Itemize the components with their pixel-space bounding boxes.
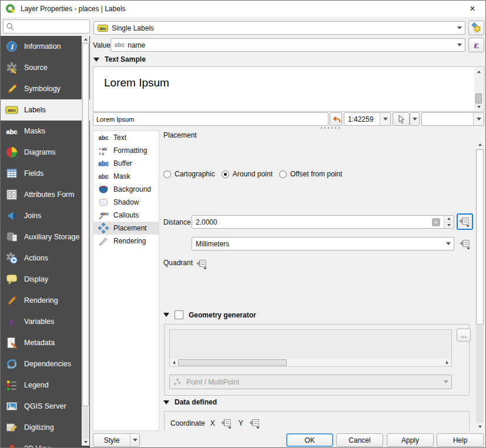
ok-button[interactable]: OK [286, 433, 333, 447]
expression-editor[interactable] [169, 329, 452, 367]
sidebar-item-metadata[interactable]: Metadata [1, 332, 90, 353]
preview-scrollbar[interactable] [474, 68, 483, 111]
sidebar-item-digitizing[interactable]: Digitizing [1, 417, 90, 438]
preview-scroll-down[interactable] [474, 103, 483, 111]
main-scrollbar[interactable] [475, 141, 484, 431]
sidebar-scroll-up[interactable] [82, 36, 89, 43]
search-input[interactable] [16, 22, 87, 31]
coordinate-x-override-button[interactable] [220, 417, 233, 429]
tab-text[interactable]: abcText [93, 131, 159, 144]
sidebar-item-fields[interactable]: Fields [1, 163, 90, 184]
tab-placement[interactable]: Placement [93, 222, 159, 235]
units-select[interactable]: Millimeters [192, 237, 454, 250]
collapse-triangle-icon [93, 58, 99, 62]
preview-scroll-thumb[interactable] [475, 93, 482, 103]
digitizing-icon [5, 421, 18, 434]
data-defined-frame: Coordinate X Y [164, 411, 470, 431]
sidebar-item-source[interactable]: Source [1, 57, 90, 78]
sidebar-item-label: Labels [24, 106, 46, 114]
sidebar-item-diagrams[interactable]: Diagrams [1, 142, 90, 163]
style-button[interactable]: Style [93, 433, 140, 447]
sidebar-item-actions[interactable]: Actions [1, 248, 90, 269]
sidebar-item-label: 3D View [24, 444, 51, 447]
expression-dialog-button[interactable]: ... [457, 329, 471, 342]
value-field-select[interactable]: abc name [110, 38, 465, 52]
data-defined-header[interactable]: Data defined [163, 398, 217, 406]
hscroll-right[interactable] [443, 359, 451, 366]
epsilon-icon: ε [474, 40, 479, 51]
tab-rendering[interactable]: Rendering [93, 235, 159, 248]
radio-around-point[interactable]: Around point [222, 170, 273, 178]
geometry-type-select[interactable]: Point / MultiPoint [169, 375, 452, 389]
hscroll-left[interactable] [170, 359, 178, 366]
labels-mode-select[interactable]: abc Single Labels [93, 21, 465, 35]
clear-icon[interactable]: × [432, 218, 440, 226]
sidebar-item-masks[interactable]: abcMasks [1, 121, 90, 142]
preview-scroll-up[interactable] [474, 68, 483, 75]
tab-label: Background [113, 185, 151, 193]
tab-background[interactable]: Background [93, 183, 159, 196]
background-icon [96, 183, 110, 195]
map-tools-dropdown[interactable] [410, 112, 420, 126]
reset-sample-button[interactable] [330, 112, 342, 126]
sidebar-item-joins[interactable]: Joins [1, 205, 90, 226]
geometry-generator-checkbox[interactable] [175, 310, 183, 319]
help-button[interactable]: Help [437, 433, 484, 447]
sidebar-scroll-down[interactable] [82, 439, 89, 446]
sidebar-item-auxiliary-storage[interactable]: Auxiliary Storage [1, 226, 90, 248]
sidebar-scroll-thumb[interactable] [82, 43, 89, 406]
text-sample-header[interactable]: Text Sample [93, 55, 146, 63]
search-icon [6, 22, 14, 31]
sidebar-item-attributes-form[interactable]: Attributes Form [1, 184, 90, 205]
sidebar-item-3d-view[interactable]: 3D View [1, 438, 90, 447]
units-override-button[interactable] [458, 237, 473, 250]
hscroll-thumb[interactable] [178, 359, 287, 366]
cancel-button[interactable]: Cancel [336, 433, 383, 447]
abc-tag-icon: abc [98, 25, 108, 32]
expression-editor-hscrollbar[interactable] [170, 359, 451, 366]
coordinate-y-override-button[interactable] [249, 417, 262, 429]
main-scroll-down[interactable] [475, 423, 484, 431]
distance-input[interactable]: 2.0000 × [192, 215, 454, 229]
spin-up-button[interactable] [444, 216, 454, 222]
close-button[interactable]: × [460, 1, 485, 17]
sample-scale-select[interactable]: 1:42259 [344, 112, 391, 126]
main-scroll-thumb[interactable] [476, 149, 484, 325]
actions-icon [5, 252, 18, 265]
tab-callouts[interactable]: abcCallouts [93, 209, 159, 222]
tab-shadow[interactable]: Shadow [93, 196, 159, 209]
distance-override-button[interactable] [457, 213, 473, 230]
tab-mask[interactable]: abcMask [93, 170, 159, 183]
sidebar-item-variables[interactable]: εVariables [1, 311, 90, 332]
radio-cartographic[interactable]: Cartographic [163, 170, 215, 178]
tab-buffer[interactable]: abcBuffer [93, 157, 159, 170]
quadrant-override-button[interactable] [195, 257, 210, 270]
tab-formatting[interactable]: +ab<cFormatting [93, 144, 159, 157]
legend-icon [5, 379, 18, 392]
radio-offset-from-point[interactable]: Offset from point [279, 170, 342, 178]
diagrams-icon [5, 146, 18, 159]
sidebar-item-legend[interactable]: Legend [1, 375, 90, 396]
preview-background-select[interactable] [421, 112, 484, 126]
sidebar-scrollbar[interactable] [82, 36, 89, 446]
apply-button[interactable]: Apply [387, 433, 434, 447]
sidebar-item-symbology[interactable]: Symbology [1, 78, 90, 99]
sidebar-item-qgis-server[interactable]: QGIS Server [1, 396, 90, 417]
sidebar-item-labels[interactable]: abcLabels [1, 99, 90, 121]
expression-button[interactable]: ε [468, 38, 484, 52]
sidebar-item-display[interactable]: Display [1, 269, 90, 290]
cancel-label: Cancel [348, 436, 370, 444]
auto-placement-settings-button[interactable] [468, 21, 484, 35]
spin-down-button[interactable] [444, 222, 454, 228]
sidebar-item-information[interactable]: iInformation [1, 36, 90, 57]
attributes-form-icon [5, 188, 18, 201]
main-scroll-up[interactable] [475, 141, 484, 149]
svg-text:ab: ab [102, 146, 107, 151]
sidebar-item-rendering[interactable]: Rendering [1, 290, 90, 311]
map-tools-button[interactable] [393, 112, 410, 126]
pointer-icon [397, 115, 405, 124]
sidebar-item-dependencies[interactable]: Dependencies [1, 353, 90, 375]
geometry-generator-header[interactable]: Geometry generator [163, 310, 256, 319]
sample-text-input[interactable] [93, 112, 329, 126]
sidebar-item-label: Rendering [24, 296, 58, 305]
